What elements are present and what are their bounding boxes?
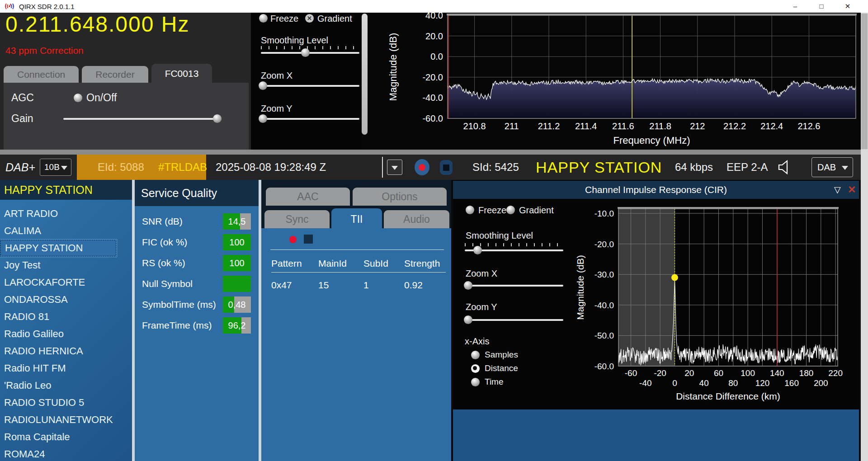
spectrum-smoothing-thumb[interactable] — [301, 48, 310, 57]
spectrum-scrollbar[interactable] — [362, 14, 368, 135]
collapse-icon[interactable]: ▽ — [834, 181, 841, 199]
quality-value-badge: 14,5 — [223, 213, 251, 230]
station-list-item[interactable]: Joy Test — [0, 257, 132, 274]
minimize-button[interactable]: – — [782, 0, 808, 13]
tab-options[interactable]: Options — [353, 188, 447, 206]
close-panel-icon[interactable]: ✕ — [848, 181, 856, 199]
cir-zoomx-thumb[interactable] — [464, 281, 472, 290]
station-list-item[interactable]: Radio HIT FM — [0, 360, 132, 377]
cir-gradient-radio[interactable] — [506, 206, 515, 214]
quality-label: FIC (ok %) — [142, 234, 187, 250]
tab-audio[interactable]: Audio — [384, 210, 449, 228]
station-list-item[interactable]: RADIO STUDIO 5 — [0, 394, 132, 411]
cir-freeze-radio[interactable] — [466, 206, 474, 214]
spectrum-zoomx-slider[interactable] — [261, 85, 359, 87]
scrollbar-thumb[interactable] — [861, 14, 868, 149]
close-button[interactable]: ✕ — [835, 0, 861, 13]
maximize-button[interactable]: □ — [808, 0, 835, 13]
output-mode-value: DAB — [817, 162, 836, 172]
audio-area-placeholder — [453, 409, 859, 461]
spectrum-freeze-radio[interactable] — [259, 14, 268, 23]
xaxis-radio-samples[interactable] — [471, 351, 480, 359]
tii-table-rows: 0x471510.92 — [271, 273, 446, 291]
quality-row: SNR (dB)14,5 — [135, 213, 259, 230]
tab-fc0013[interactable]: FC0013 — [151, 64, 212, 83]
radio-selected-dot — [473, 366, 477, 370]
station-list-panel: HAPPY STATION ART RADIOCALIMAHAPPY STATI… — [0, 180, 132, 461]
chevron-down-icon — [61, 166, 67, 170]
station-list-item[interactable]: Radio Galileo — [0, 325, 132, 343]
utc-timestamp: 2025-08-08 19:28:49 Z — [216, 155, 326, 180]
window-scrollbar[interactable] — [861, 13, 868, 461]
xaxis-radio-distance[interactable] — [471, 364, 480, 373]
station-list-item[interactable]: ONDAROSSA — [0, 291, 132, 308]
cir-zoomy-slider[interactable] — [465, 319, 563, 321]
gain-slider[interactable] — [63, 118, 222, 120]
cir-freeze-label: Freeze — [478, 205, 506, 216]
svg-text:200: 200 — [814, 378, 828, 388]
tii-column-header: MainId — [318, 258, 363, 269]
tab-recorder[interactable]: Recorder — [82, 66, 148, 83]
quality-row: FIC (ok %)100 — [135, 234, 259, 250]
svg-text:-50.0: -50.0 — [594, 331, 614, 340]
quality-row: FrameTime (ms)96,2 — [135, 317, 259, 334]
quality-label: FrameTime (ms) — [142, 317, 212, 334]
dab-status-bar: DAB+ 10B EId: 5088 #TRLDAB 2025-08-08 19… — [0, 155, 868, 180]
output-mode-select[interactable]: DAB — [811, 157, 853, 177]
rf-spectrum-plot[interactable]: 210.8211211.2211.4211.6211.8212212.2212.… — [368, 13, 859, 149]
station-list-item[interactable]: ART RADIO — [0, 205, 132, 222]
stop-button[interactable] — [440, 160, 453, 175]
quality-value: 14,5 — [223, 213, 251, 230]
station-list-item[interactable]: LAROCKAFORTE — [0, 274, 132, 291]
spectrum-gradient-check-icon[interactable]: ✕ — [305, 14, 314, 23]
svg-text:-20.0: -20.0 — [594, 240, 614, 249]
cir-smoothing-slider[interactable] — [465, 249, 563, 251]
separator-strip — [0, 150, 868, 155]
svg-text:-20.0: -20.0 — [422, 72, 443, 82]
svg-text:212: 212 — [690, 121, 705, 131]
smoothing-tick-marks — [261, 46, 359, 49]
gain-slider-thumb[interactable] — [213, 114, 222, 123]
svg-text:60: 60 — [714, 368, 723, 378]
station-list-item[interactable]: HAPPY STATION — [0, 240, 117, 257]
xaxis-radio-time[interactable] — [471, 378, 480, 386]
quality-value: 96,2 — [223, 317, 251, 334]
stop-square-icon — [443, 165, 449, 171]
station-list-item[interactable]: 'Radio Leo — [0, 377, 132, 394]
svg-text:-20: -20 — [654, 368, 666, 378]
station-list-item[interactable]: Roma Capitale — [0, 428, 132, 446]
cir-header: Channel Impulse Response (CIR) ▽ ✕ — [453, 181, 859, 199]
channel-select[interactable]: 10B — [40, 159, 71, 176]
cir-zoomx-slider[interactable] — [465, 285, 563, 287]
station-list-item[interactable]: CALIMA — [0, 222, 132, 240]
ensemble-id-block: EId: 5088 #TRLDAB — [77, 155, 206, 180]
agc-radio[interactable] — [74, 94, 82, 102]
tab-aac[interactable]: AAC — [266, 188, 350, 206]
speaker-icon[interactable] — [778, 160, 791, 175]
cir-zoomy-thumb[interactable] — [464, 315, 472, 324]
tab-tii[interactable]: TII — [331, 208, 382, 229]
svg-text:-60: -60 — [625, 368, 637, 378]
spectrum-zoomy-thumb[interactable] — [259, 114, 267, 123]
cir-smoothing-thumb[interactable] — [473, 246, 482, 254]
tii-table-row: 0x471510.92 — [271, 273, 446, 291]
station-list-item[interactable]: RADIO HERNICA — [0, 343, 132, 360]
station-list-item[interactable]: ROMA24 — [0, 446, 132, 461]
quality-value-badge: 96,2 — [223, 317, 251, 334]
spectrum-zoomy-slider[interactable] — [261, 118, 359, 120]
svg-text:210.8: 210.8 — [463, 121, 486, 131]
station-list-item[interactable]: RADIO 81 — [0, 308, 132, 325]
svg-text:-30.0: -30.0 — [594, 270, 614, 279]
spectrum-smoothing-slider[interactable] — [261, 52, 359, 54]
tab-sync[interactable]: Sync — [264, 210, 330, 228]
station-list-item[interactable]: RADIOLUNANETWORK — [0, 411, 132, 428]
quality-value-badge: 100 — [223, 255, 251, 271]
record-button[interactable] — [415, 159, 429, 175]
quality-value: 0,48 — [223, 296, 251, 313]
expand-button[interactable] — [387, 160, 402, 175]
cir-title: Channel Impulse Response (CIR) — [585, 184, 727, 195]
tii-column-header: Strength — [404, 258, 446, 269]
tab-connection[interactable]: Connection — [4, 66, 79, 83]
svg-text:-40.0: -40.0 — [594, 301, 614, 310]
spectrum-zoomx-thumb[interactable] — [259, 81, 267, 90]
